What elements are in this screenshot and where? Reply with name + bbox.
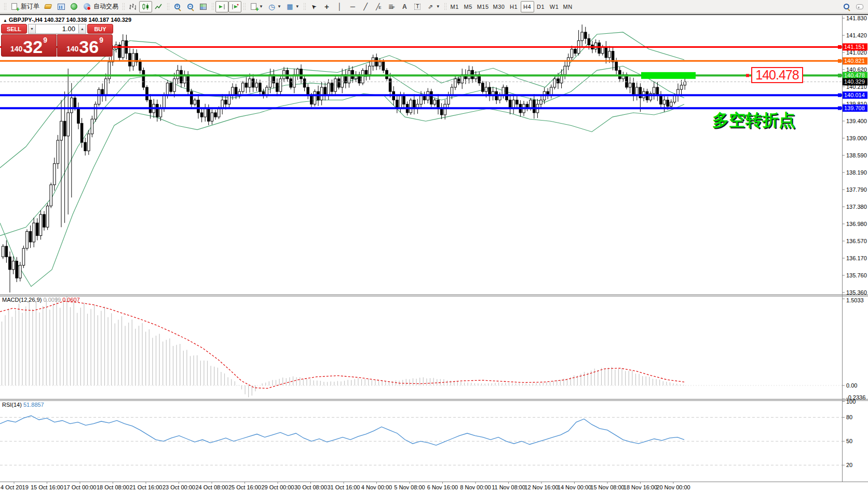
- bar-chart-button[interactable]: [126, 1, 139, 12]
- macd-main-value: 0.0099: [43, 297, 61, 303]
- label-button[interactable]: T: [411, 1, 424, 12]
- svg-text:138.190: 138.190: [846, 169, 867, 176]
- text-button[interactable]: A: [398, 1, 411, 12]
- buy-button[interactable]: BUY: [87, 24, 113, 34]
- sell-price-pip: 9: [43, 36, 47, 44]
- signals-button[interactable]: [67, 1, 80, 12]
- svg-text:25 Oct 16:00: 25 Oct 16:00: [228, 484, 261, 490]
- sell-button[interactable]: SELL: [1, 24, 27, 34]
- periods-icon: ◷: [267, 3, 276, 11]
- sell-price-main: 32: [23, 39, 43, 55]
- chart-canvas[interactable]: 141.830141.420141.020140.620140.210139.8…: [0, 15, 868, 493]
- svg-text:17 Oct 00:00: 17 Oct 00:00: [64, 484, 97, 490]
- shapes-button[interactable]: ⇗▼: [424, 1, 442, 12]
- resistance-line-1-handle[interactable]: [838, 45, 842, 49]
- svg-text:135.360: 135.360: [846, 289, 867, 296]
- tf-m1-button[interactable]: M1: [448, 1, 462, 12]
- buy-price-prefix: 140: [66, 45, 78, 53]
- chart-shift-icon: [230, 3, 239, 11]
- candle-chart-button[interactable]: [139, 1, 152, 12]
- cursor-icon: ➤: [309, 3, 318, 11]
- toolbar-grip: [444, 3, 446, 11]
- svg-text:20 Nov 00:00: 20 Nov 00:00: [656, 484, 690, 490]
- zoom-out-icon: −: [186, 3, 195, 11]
- buy-quote-button[interactable]: 140 36 9: [57, 34, 113, 57]
- fibonacci-button[interactable]: ≣F: [385, 1, 398, 12]
- support-line-2-handle[interactable]: [838, 106, 842, 110]
- toolbar-grip: [167, 3, 169, 11]
- macd-signal-line: [0, 301, 684, 389]
- svg-text:50: 50: [846, 438, 852, 444]
- svg-text:135.760: 135.760: [846, 272, 867, 278]
- tf-h1-button[interactable]: H1: [507, 1, 521, 12]
- support-line-1-handle[interactable]: [838, 94, 842, 97]
- tf-m30-button[interactable]: M30: [491, 1, 507, 12]
- tf-w1-button[interactable]: W1: [548, 1, 561, 12]
- pivot-line-handle[interactable]: [838, 74, 842, 77]
- green-highlight-rectangle[interactable]: [641, 72, 696, 79]
- axes-layer: 141.830141.420141.020140.620140.210139.8…: [0, 15, 868, 490]
- zoom-out-button[interactable]: −: [184, 1, 197, 12]
- indicators-button[interactable]: ▼: [247, 1, 265, 12]
- price-callout-box[interactable]: 140.478: [751, 67, 803, 83]
- svg-text:4 Nov 00:00: 4 Nov 00:00: [361, 484, 392, 490]
- resistance-line-2-handle[interactable]: [838, 59, 842, 63]
- fibonacci-icon: ≣F: [387, 3, 396, 11]
- zoom-in-icon: +: [173, 3, 182, 11]
- cursor-button[interactable]: ➤: [307, 1, 320, 12]
- buy-price-pip: 9: [99, 36, 103, 44]
- chart-window: 141.830141.420141.020140.620140.210139.8…: [0, 14, 868, 493]
- crosshair-button[interactable]: +: [320, 1, 333, 12]
- new-order-icon: [10, 3, 19, 11]
- volume-increase-button[interactable]: ▲: [78, 24, 86, 34]
- tile-windows-button[interactable]: [197, 1, 210, 12]
- zoom-in-button[interactable]: +: [171, 1, 184, 12]
- search-button[interactable]: [840, 1, 853, 12]
- market-watch-button[interactable]: [55, 1, 67, 12]
- tf-d1-button[interactable]: D1: [534, 1, 548, 12]
- horizontal-line-button[interactable]: ─: [346, 1, 359, 12]
- svg-text:24 Oct 08:00: 24 Oct 08:00: [196, 484, 228, 490]
- chart-shift-button[interactable]: [228, 1, 241, 12]
- vertical-line-button[interactable]: │: [333, 1, 346, 12]
- svg-text:31 Oct 16:00: 31 Oct 16:00: [328, 484, 360, 490]
- line-chart-button[interactable]: [152, 1, 165, 12]
- chevron-down-icon: ▼: [277, 4, 281, 9]
- auto-trading-button[interactable]: 自动交易: [80, 1, 120, 12]
- symbol-ohlc-line: ▲GBPJPY-,H4 140.327 140.338 140.187 140.…: [3, 17, 131, 23]
- new-order-button[interactable]: 新订单: [8, 1, 42, 12]
- volume-decrease-button[interactable]: ▼: [28, 24, 36, 34]
- crosshair-icon: +: [322, 3, 331, 11]
- svg-text:21 Oct 16:00: 21 Oct 16:00: [130, 484, 162, 490]
- tf-m5-button[interactable]: M5: [462, 1, 475, 12]
- candles-layer: [2, 24, 686, 292]
- svg-text:23 Oct 00:00: 23 Oct 00:00: [162, 484, 195, 490]
- trendline-button[interactable]: ╱: [359, 1, 372, 12]
- auto-scroll-button[interactable]: [215, 1, 228, 12]
- svg-text:6 Nov 16:00: 6 Nov 16:00: [427, 484, 458, 490]
- tf-m15-button[interactable]: M15: [475, 1, 491, 12]
- svg-text:141.420: 141.420: [846, 32, 867, 38]
- chinese-annotation-text: 多空转折点: [712, 109, 795, 132]
- bollinger-lower-band: [0, 94, 684, 286]
- toolbar-grip: [303, 3, 306, 11]
- trendline-icon: ╱: [361, 3, 370, 11]
- deposit-icon-button[interactable]: [42, 1, 55, 12]
- sell-quote-button[interactable]: 140 32 9: [1, 34, 57, 57]
- svg-text:139.000: 139.000: [846, 135, 867, 141]
- equidistant-channel-button[interactable]: ╱E: [372, 1, 385, 12]
- periods-button[interactable]: ◷▼: [265, 1, 283, 12]
- templates-button[interactable]: ▦▼: [283, 1, 302, 12]
- line-chart-icon: [154, 3, 163, 11]
- collapse-triangle-icon[interactable]: ▲: [3, 18, 7, 23]
- chat-button[interactable]: [853, 1, 866, 12]
- tf-h4-button[interactable]: H4: [521, 1, 534, 12]
- volume-input[interactable]: 1.00: [36, 24, 78, 34]
- toolbar-grip: [4, 3, 6, 11]
- svg-text:80: 80: [846, 414, 852, 420]
- macd-signal-value: 0.0607: [62, 297, 80, 303]
- tf-mn-button[interactable]: MN: [561, 1, 575, 12]
- svg-text:12 Nov 16:00: 12 Nov 16:00: [524, 484, 558, 490]
- deposit-icon-icon: [44, 3, 52, 11]
- svg-text:0.00: 0.00: [846, 382, 857, 389]
